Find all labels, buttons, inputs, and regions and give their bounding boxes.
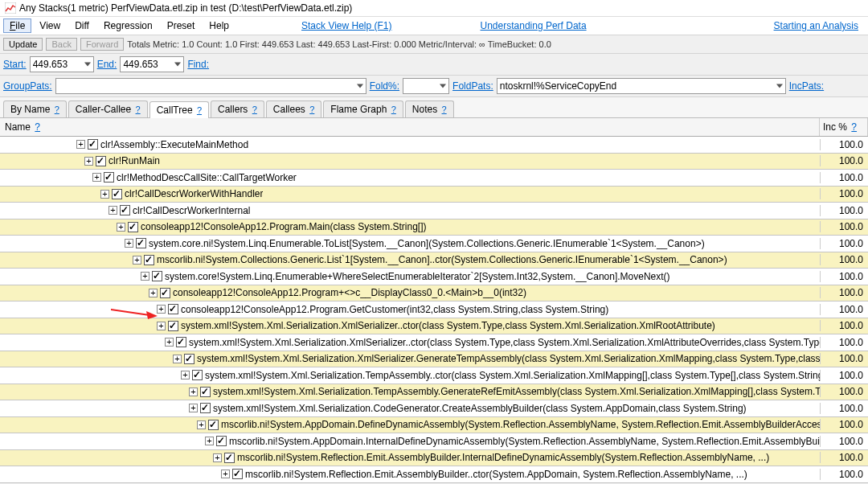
menu-diff[interactable]: Diff [68,18,96,33]
node-checkbox[interactable] [224,453,235,463]
back-button[interactable]: Back [46,38,76,51]
table-row[interactable]: +clr!CallDescrWorkerInternal100.0 [0,203,868,219]
expander-icon[interactable]: + [149,289,158,297]
node-checkbox[interactable] [176,337,186,347]
tab-flame-graph[interactable]: Flame Graph ? [323,100,403,117]
expander-icon[interactable]: + [157,322,166,330]
start-input[interactable] [30,56,94,72]
table-row[interactable]: +mscorlib.ni!System.AppDomain.InternalDe… [0,433,868,450]
table-row[interactable]: +mscorlib.ni!System.Reflection.Emit.Asse… [0,450,868,467]
tree-node[interactable]: +mscorlib.ni!System.Reflection.Emit.Asse… [0,469,820,480]
col-inc[interactable]: Inc % ? [820,118,868,136]
expander-icon[interactable]: + [189,404,198,412]
table-row[interactable]: +system.core.ni!System.Linq.Enumerable.T… [0,236,868,252]
node-checkbox[interactable] [168,321,178,331]
node-checkbox[interactable] [112,189,122,199]
expander-icon[interactable]: + [76,140,85,149]
expander-icon[interactable]: + [213,453,222,462]
tree-node[interactable]: +system.xml!System.Xml.Serialization.Xml… [0,320,820,331]
menu-help[interactable]: Help [203,18,235,33]
menu-view[interactable]: View [33,18,67,33]
node-checkbox[interactable] [184,354,194,364]
tree-node[interactable]: +mscorlib.ni!System.Collections.Generic.… [0,254,820,265]
expander-icon[interactable]: + [125,239,133,248]
node-checkbox[interactable] [160,288,170,298]
fold-label[interactable]: Fold%: [370,80,399,92]
end-input[interactable] [120,56,184,72]
table-row[interactable]: +consoleapp12!ConsoleApp12.Program.GetCu… [0,301,868,318]
tab-callers[interactable]: Callers ? [211,100,264,117]
node-checkbox[interactable] [208,420,219,430]
expander-icon[interactable]: + [181,371,190,379]
end-label[interactable]: End: [97,59,117,70]
table-row[interactable]: +clr!RunMain100.0 [0,154,868,170]
node-checkbox[interactable] [200,403,211,413]
expander-icon[interactable]: + [133,256,141,265]
expander-icon[interactable]: + [141,272,149,281]
grouppats-input[interactable] [55,78,366,94]
tab-notes[interactable]: Notes ? [405,100,454,117]
tree-node[interactable]: +clr!Assembly::ExecuteMainMethod [0,139,820,150]
forward-button[interactable]: Forward [80,38,124,51]
foldpats-input[interactable] [497,78,786,94]
table-row[interactable]: +mscorlib.ni!System.Reflection.Emit.Asse… [0,466,868,483]
tree-node[interactable]: +mscorlib.ni!System.Reflection.Emit.Asse… [0,452,820,463]
menu-file[interactable]: File [3,18,31,33]
menu-preset[interactable]: Preset [161,18,202,33]
expander-icon[interactable]: + [108,206,117,215]
node-checkbox[interactable] [96,156,106,166]
table-row[interactable]: +consoleapp12!ConsoleApp12.Program.Main(… [0,219,868,236]
table-row[interactable]: +clr!CallDescrWorkerWithHandler100.0 [0,187,868,203]
table-row[interactable]: +system.xml!System.Xml.Serialization.Cod… [0,400,868,417]
node-checkbox[interactable] [136,238,146,248]
tab-caller-callee[interactable]: Caller-Callee ? [68,100,148,117]
table-row[interactable]: +clr!MethodDescCallSite::CallTargetWorke… [0,170,868,187]
menu-regression[interactable]: Regression [97,18,159,33]
tab-byname[interactable]: By Name ? [3,100,67,117]
fold-input[interactable] [403,78,449,94]
tree-node[interactable]: +mscorlib.ni!System.AppDomain.InternalDe… [0,436,820,447]
expander-icon[interactable]: + [100,190,109,199]
tree-node[interactable]: +system.core!System.Linq.Enumerable+Wher… [0,271,820,282]
expander-icon[interactable]: + [189,388,198,396]
node-checkbox[interactable] [168,304,178,314]
start-label[interactable]: Start: [3,59,27,70]
node-checkbox[interactable] [104,172,114,183]
link-stack-view-help[interactable]: Stack View Help (F1) [295,18,398,33]
tree-node[interactable]: +clr!RunMain [0,155,820,166]
grouppats-label[interactable]: GroupPats: [3,80,52,92]
find-label[interactable]: Find: [187,59,209,70]
link-understanding-perf-data[interactable]: Understanding Perf Data [474,18,593,33]
tree-node[interactable]: +system.xml!System.Xml.Serialization.Tem… [0,370,820,381]
expander-icon[interactable]: + [221,470,230,478]
tree-node[interactable]: +system.xml!System.Xml.Serialization.Cod… [0,403,820,414]
node-checkbox[interactable] [200,387,211,397]
update-button[interactable]: Update [3,38,43,51]
tree-node[interactable]: +consoleapp12!ConsoleApp12.Program.GetCu… [0,304,820,315]
node-checkbox[interactable] [144,255,154,265]
node-checkbox[interactable] [232,469,243,479]
tree-node[interactable]: +consoleapp12!ConsoleApp12.Program.Main(… [0,221,820,232]
table-row[interactable]: +system.xml!System.Xml.Serialization.Tem… [0,384,868,401]
col-name[interactable]: Name ? [0,118,820,136]
incpats-label[interactable]: IncPats: [789,80,824,92]
table-row[interactable]: +mscorlib.ni!System.AppDomain.DefineDyna… [0,417,868,434]
node-checkbox[interactable] [88,139,98,150]
tree-node[interactable]: +mscorlib.ni!System.AppDomain.DefineDyna… [0,419,820,430]
expander-icon[interactable]: + [157,305,166,314]
tree-node[interactable]: +consoleapp12!ConsoleApp12.Program+<>c__… [0,287,820,298]
table-row[interactable]: +clr!Assembly::ExecuteMainMethod100.0 [0,137,868,154]
table-row[interactable]: +system.xml!System.Xml.Serialization.Xml… [0,334,868,351]
tree-node[interactable]: +clr!MethodDescCallSite::CallTargetWorke… [0,172,820,183]
tree-node[interactable]: +clr!CallDescrWorkerWithHandler [0,188,820,199]
node-checkbox[interactable] [120,205,130,215]
table-row[interactable]: +mscorlib.ni!System.Collections.Generic.… [0,252,868,269]
expander-icon[interactable]: + [165,338,174,347]
expander-icon[interactable]: + [205,437,214,445]
node-checkbox[interactable] [128,222,138,232]
node-checkbox[interactable] [216,436,227,446]
table-row[interactable]: +system.core!System.Linq.Enumerable+Wher… [0,269,868,285]
tab-callees[interactable]: Callees ? [266,100,322,117]
table-row[interactable]: +consoleapp12!ConsoleApp12.Program+<>c__… [0,285,868,302]
expander-icon[interactable]: + [173,355,182,363]
